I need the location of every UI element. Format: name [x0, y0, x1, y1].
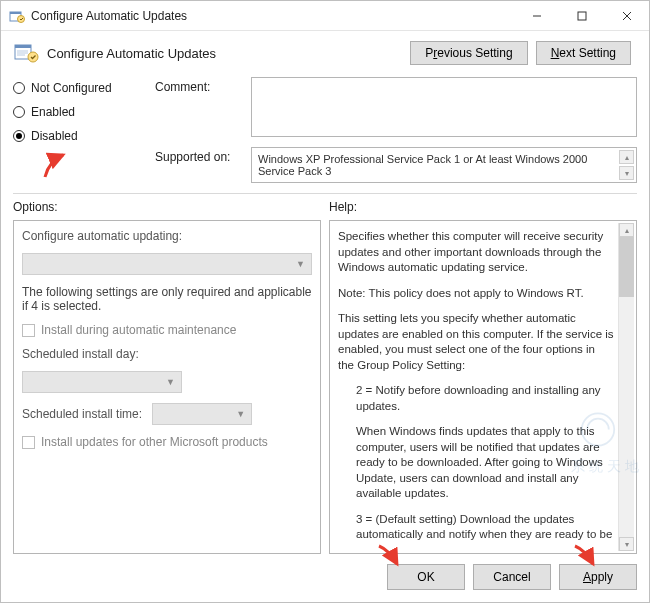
svg-rect-1: [10, 12, 21, 14]
maximize-button[interactable]: [559, 1, 604, 30]
annotation-arrow-icon: [39, 151, 75, 181]
radio-circle-icon: [13, 82, 25, 94]
fields: Comment: Supported on: Windows XP Profes…: [155, 77, 637, 183]
help-paragraph: When Windows finds updates that apply to…: [338, 424, 614, 502]
header: Configure Automatic Updates Previous Set…: [1, 31, 649, 71]
radio-circle-icon: [13, 106, 25, 118]
state-radio-group: Not Configured Enabled Disabled: [13, 77, 143, 183]
radio-not-configured[interactable]: Not Configured: [13, 81, 143, 95]
options-pane: Configure automatic updating: ▼ The foll…: [13, 220, 321, 554]
supported-on-text: Windows XP Professional Service Pack 1 o…: [258, 153, 618, 177]
scheduled-time-select[interactable]: ▼: [152, 403, 252, 425]
scroll-up-icon[interactable]: ▴: [619, 150, 634, 164]
radio-label: Not Configured: [31, 81, 112, 95]
svg-point-2: [18, 15, 25, 22]
next-setting-button[interactable]: Next Setting: [536, 41, 631, 65]
chevron-down-icon: ▼: [166, 377, 175, 387]
chevron-down-icon: ▼: [236, 409, 245, 419]
help-paragraph: Note: This policy does not apply to Wind…: [338, 286, 614, 302]
radio-label: Enabled: [31, 105, 75, 119]
scrollbar[interactable]: ▴ ▾: [619, 150, 634, 180]
radio-circle-icon: [13, 130, 25, 142]
policy-icon: [9, 8, 25, 24]
divider: [13, 193, 637, 194]
svg-rect-8: [15, 45, 31, 48]
scroll-down-icon[interactable]: ▾: [619, 166, 634, 180]
svg-point-12: [28, 52, 38, 62]
minimize-button[interactable]: [514, 1, 559, 30]
top-section: Not Configured Enabled Disabled Comment:…: [1, 71, 649, 191]
options-label: Options:: [13, 200, 329, 214]
scroll-up-icon[interactable]: ▴: [619, 223, 634, 237]
window-controls: [514, 1, 649, 30]
supported-row: Supported on: Windows XP Professional Se…: [155, 147, 637, 183]
ok-button[interactable]: OK: [387, 564, 465, 590]
checkbox-icon: [22, 436, 35, 449]
comment-input[interactable]: [251, 77, 637, 137]
scheduled-day-label: Scheduled install day:: [22, 347, 312, 361]
help-paragraph: 3 = (Default setting) Download the updat…: [338, 512, 614, 545]
supported-label: Supported on:: [155, 147, 243, 164]
install-during-maintenance-checkbox[interactable]: Install during automatic maintenance: [22, 323, 312, 337]
svg-rect-4: [578, 12, 586, 20]
scroll-thumb[interactable]: [619, 237, 634, 297]
checkbox-icon: [22, 324, 35, 337]
help-paragraph: Specifies whether this computer will rec…: [338, 229, 614, 276]
help-paragraph: 2 = Notify before downloading and instal…: [338, 383, 614, 414]
help-pane: Specifies whether this computer will rec…: [329, 220, 637, 554]
install-other-products-checkbox[interactable]: Install updates for other Microsoft prod…: [22, 435, 312, 449]
checkbox-label: Install during automatic maintenance: [41, 323, 236, 337]
help-text: Specifies whether this computer will rec…: [338, 229, 628, 545]
radio-enabled[interactable]: Enabled: [13, 105, 143, 119]
radio-label: Disabled: [31, 129, 78, 143]
checkbox-label: Install updates for other Microsoft prod…: [41, 435, 268, 449]
comment-label: Comment:: [155, 77, 243, 94]
close-button[interactable]: [604, 1, 649, 30]
nav-buttons: Previous Setting Next Setting: [410, 41, 631, 65]
scheduled-day-select[interactable]: ▼: [22, 371, 182, 393]
help-label: Help:: [329, 200, 357, 214]
scheduled-time-label: Scheduled install time:: [22, 407, 142, 421]
window-title: Configure Automatic Updates: [31, 9, 514, 23]
radio-disabled[interactable]: Disabled: [13, 129, 143, 143]
configure-updating-select[interactable]: ▼: [22, 253, 312, 275]
previous-setting-button[interactable]: Previous Setting: [410, 41, 527, 65]
footer: OK Cancel Apply: [1, 554, 649, 602]
lower-section: Configure automatic updating: ▼ The foll…: [1, 216, 649, 554]
chevron-down-icon: ▼: [296, 259, 305, 269]
scrollbar[interactable]: ▴ ▾: [618, 223, 634, 551]
cancel-button[interactable]: Cancel: [473, 564, 551, 590]
scroll-down-icon[interactable]: ▾: [619, 537, 634, 551]
help-paragraph: This setting lets you specify whether au…: [338, 311, 614, 373]
page-title: Configure Automatic Updates: [47, 46, 410, 61]
window: Configure Automatic Updates: [0, 0, 650, 603]
options-note: The following settings are only required…: [22, 285, 312, 313]
policy-icon-large: [13, 41, 41, 65]
apply-button[interactable]: Apply: [559, 564, 637, 590]
section-labels: Options: Help:: [1, 196, 649, 216]
supported-on-box: Windows XP Professional Service Pack 1 o…: [251, 147, 637, 183]
titlebar: Configure Automatic Updates: [1, 1, 649, 31]
comment-row: Comment:: [155, 77, 637, 137]
configure-updating-label: Configure automatic updating:: [22, 229, 312, 243]
